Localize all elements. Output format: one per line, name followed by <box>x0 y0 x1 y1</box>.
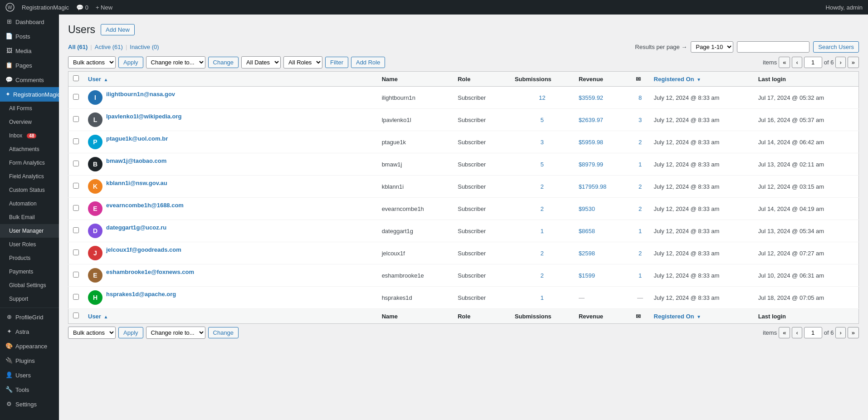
all-dates-select[interactable]: All Dates <box>241 56 281 68</box>
sidebar-item-users[interactable]: 👤 Users <box>0 368 59 382</box>
prev-page-button[interactable]: ‹ <box>792 57 802 68</box>
sidebar-item-user-roles[interactable]: User Roles <box>0 238 59 251</box>
prev-page-button-bottom[interactable]: ‹ <box>792 327 802 338</box>
sidebar-item-bulk-email[interactable]: Bulk Email <box>0 210 59 224</box>
sidebar-item-global-settings[interactable]: Global Settings <box>0 278 59 292</box>
email-count-link[interactable]: 1 <box>639 228 642 234</box>
sidebar-item-all-forms[interactable]: All Forms <box>0 102 59 115</box>
submission-count-link[interactable]: 3 <box>541 139 544 146</box>
submission-count-link[interactable]: 2 <box>541 183 544 190</box>
apply-button-bottom[interactable]: Apply <box>118 327 143 338</box>
user-column-footer[interactable]: User ▲ <box>83 309 377 324</box>
wp-logo-item[interactable]: W <box>5 3 15 12</box>
revenue-link[interactable]: $9530 <box>579 205 595 212</box>
registered-column-header[interactable]: Registered On ▼ <box>649 72 754 87</box>
user-email-link[interactable]: bmaw1j@taobao.com <box>106 157 166 164</box>
row-checkbox[interactable] <box>73 294 79 300</box>
revenue-link[interactable]: $3559.92 <box>579 94 603 101</box>
user-email-link[interactable]: dateggart1g@ucoz.ru <box>106 224 166 231</box>
row-checkbox[interactable] <box>73 227 79 233</box>
row-checkbox[interactable] <box>73 161 79 166</box>
sidebar-item-user-manager[interactable]: User Manager <box>0 224 59 238</box>
search-users-button[interactable]: Search Users <box>813 41 859 53</box>
user-email-link[interactable]: ptague1k@uol.com.br <box>106 135 168 142</box>
filter-active[interactable]: Active (61) <box>95 44 123 50</box>
email-count-link[interactable]: 2 <box>639 139 642 146</box>
apply-button-top[interactable]: Apply <box>118 57 143 68</box>
sidebar-item-astra[interactable]: ✦ Astra <box>0 324 59 339</box>
sidebar-item-automation[interactable]: Automation <box>0 197 59 210</box>
email-count-link[interactable]: 3 <box>639 117 642 123</box>
email-count-link[interactable]: 1 <box>639 272 642 279</box>
sidebar-item-posts[interactable]: 📄 Posts <box>0 29 59 44</box>
sidebar-item-media[interactable]: 🖼 Media <box>0 44 59 58</box>
row-checkbox[interactable] <box>73 116 79 122</box>
row-checkbox[interactable] <box>73 94 79 100</box>
sidebar-item-overview[interactable]: Overview <box>0 115 59 129</box>
submission-count-link[interactable]: 2 <box>541 250 544 257</box>
results-per-page-select[interactable]: Page 1-10 Page 1-20 Page 1-50 <box>691 41 733 53</box>
row-checkbox[interactable] <box>73 205 79 211</box>
select-all-checkbox-footer[interactable] <box>73 313 79 318</box>
sidebar-item-comments[interactable]: 💬 Comments <box>0 73 59 87</box>
revenue-link[interactable]: $1599 <box>579 272 595 279</box>
change-button-bottom[interactable]: Change <box>208 327 239 338</box>
row-checkbox[interactable] <box>73 183 79 189</box>
user-email-link[interactable]: evearncombe1h@1688.com <box>106 202 184 209</box>
email-count-link[interactable]: 2 <box>639 250 642 257</box>
sidebar-item-profilegrid[interactable]: ⊕ ProfileGrid <box>0 310 59 324</box>
submission-count-link[interactable]: 2 <box>541 272 544 279</box>
sidebar-item-plugins[interactable]: 🔌 Plugins <box>0 353 59 368</box>
email-count-link[interactable]: 2 <box>639 205 642 212</box>
submission-count-link[interactable]: 5 <box>541 117 544 123</box>
bulk-actions-select-bottom[interactable]: Bulk actions <box>68 327 116 339</box>
sidebar-item-dashboard[interactable]: ⊞ Dashboard <box>0 15 59 29</box>
row-checkbox[interactable] <box>73 249 79 255</box>
revenue-link[interactable]: $5959.98 <box>579 139 603 146</box>
search-users-input[interactable] <box>737 41 809 53</box>
submission-count-link[interactable]: 1 <box>541 228 544 234</box>
sidebar-item-payments[interactable]: Payments <box>0 265 59 278</box>
sidebar-item-custom-status[interactable]: Custom Status <box>0 183 59 197</box>
sidebar-item-tools[interactable]: 🔧 Tools <box>0 382 59 397</box>
user-email-link[interactable]: ilightbourn1n@nasa.gov <box>106 91 175 98</box>
email-count-link[interactable]: 8 <box>639 94 642 101</box>
next-page-button-bottom[interactable]: › <box>835 327 845 338</box>
site-name[interactable]: RegistrationMagic <box>22 4 69 11</box>
comments-count[interactable]: 💬 0 <box>76 4 88 11</box>
sidebar-item-inbox[interactable]: Inbox 48 <box>0 129 59 142</box>
change-role-select-bottom[interactable]: Change role to... <box>146 327 205 339</box>
user-column-header[interactable]: User ▲ <box>83 72 377 87</box>
add-role-button[interactable]: Add Role <box>351 57 385 68</box>
row-checkbox[interactable] <box>73 272 79 278</box>
sidebar-item-pages[interactable]: 📋 Pages <box>0 58 59 73</box>
submission-count-link[interactable]: 12 <box>539 94 545 101</box>
select-all-checkbox[interactable] <box>73 75 79 81</box>
user-email-link[interactable]: eshambrooke1e@foxnews.com <box>106 269 194 275</box>
change-button-top[interactable]: Change <box>208 57 239 68</box>
filter-button[interactable]: Filter <box>325 57 348 68</box>
sidebar-item-products[interactable]: Products <box>0 251 59 265</box>
page-number-input-bottom[interactable] <box>804 327 822 338</box>
filter-inactive[interactable]: Inactive (0) <box>130 44 159 50</box>
filter-all[interactable]: All (61) <box>68 44 88 50</box>
row-checkbox[interactable] <box>73 138 79 144</box>
user-email-link[interactable]: jelcoux1f@goodreads.com <box>106 246 181 253</box>
sidebar-item-attachments[interactable]: Attachments <box>0 142 59 156</box>
revenue-link[interactable]: $2598 <box>579 250 595 257</box>
all-roles-select[interactable]: All Roles <box>283 56 322 68</box>
email-count-link[interactable]: 2 <box>639 183 642 190</box>
sidebar-item-form-analytics[interactable]: Form Analytics <box>0 156 59 170</box>
submission-count-link[interactable]: 2 <box>541 205 544 212</box>
revenue-link[interactable]: $2639.97 <box>579 117 603 123</box>
page-number-input[interactable] <box>804 57 822 68</box>
email-count-link[interactable]: 1 <box>639 161 642 168</box>
last-page-button-bottom[interactable]: » <box>848 327 859 338</box>
submission-count-link[interactable]: 1 <box>541 294 544 301</box>
sidebar-item-registrationmagic[interactable]: ✦ RegistrationMagic <box>0 87 59 102</box>
add-new-button[interactable]: Add New <box>101 24 135 35</box>
user-email-link[interactable]: hsprakes1d@apache.org <box>106 291 176 298</box>
revenue-link[interactable]: $8658 <box>579 228 595 234</box>
new-item[interactable]: + New <box>96 4 112 11</box>
revenue-link[interactable]: $8979.99 <box>579 161 603 168</box>
